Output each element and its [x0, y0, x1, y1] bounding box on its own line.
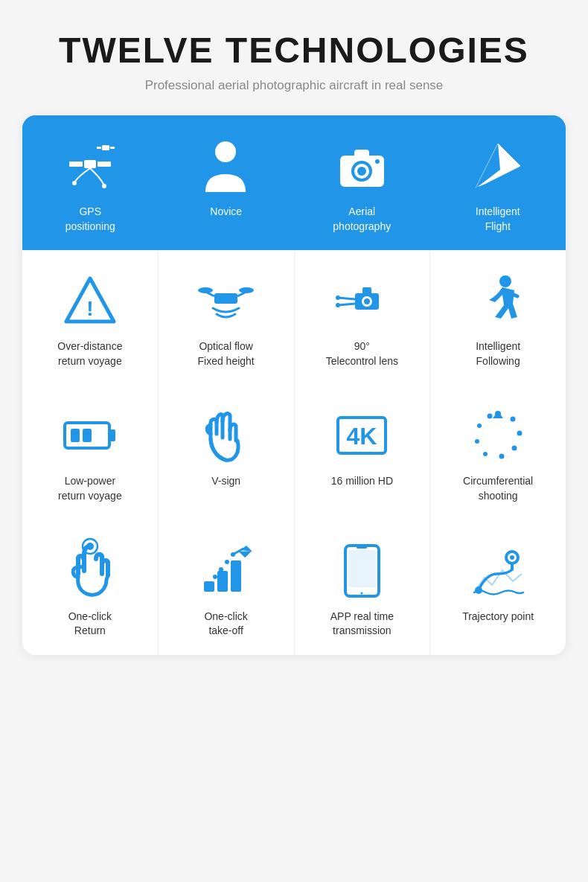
flight-icon — [468, 136, 528, 196]
svg-marker-49 — [493, 411, 503, 418]
cell-optical-flow: Optical flowFixed height — [159, 250, 294, 385]
svg-point-41 — [511, 417, 516, 422]
page-title: TWELVE TECHNOLOGIES — [59, 30, 529, 71]
trajectory-icon — [468, 541, 528, 601]
following-label: IntelligentFollowing — [476, 339, 520, 368]
top-row: GPSpositioning Novice — [22, 115, 566, 250]
svg-point-8 — [215, 141, 236, 162]
svg-rect-3 — [102, 145, 109, 150]
row-1: ! Over-distancereturn voyage — [22, 250, 566, 385]
4k-icon: 4K — [332, 406, 392, 465]
svg-point-42 — [517, 431, 523, 436]
4k-label: 16 million HD — [331, 474, 393, 489]
svg-rect-52 — [204, 581, 214, 592]
cell-novice: Novice — [159, 115, 295, 250]
aerial-icon — [332, 136, 392, 196]
svg-point-24 — [239, 287, 254, 293]
svg-point-48 — [488, 414, 493, 419]
cell-telecontrol: 90°Telecontrol lens — [295, 250, 430, 385]
svg-rect-5 — [110, 147, 115, 149]
svg-rect-0 — [84, 160, 96, 168]
circumferential-label: Circumferentialshooting — [463, 474, 533, 503]
svg-point-32 — [336, 303, 340, 307]
svg-point-6 — [72, 181, 77, 185]
svg-point-7 — [102, 184, 106, 188]
svg-point-47 — [477, 424, 482, 428]
optical-flow-label: Optical flowFixed height — [197, 339, 254, 368]
svg-point-44 — [499, 454, 505, 459]
cell-trajectory: Trajectory point — [430, 520, 566, 655]
novice-label: Novice — [210, 205, 242, 220]
vsign-label: V-sign — [211, 474, 240, 489]
novice-icon — [196, 136, 256, 196]
vsign-icon — [196, 406, 256, 465]
svg-rect-4 — [97, 147, 101, 149]
one-click-takeoff-label: One-clicktake-off — [204, 610, 247, 639]
svg-text:4K: 4K — [347, 423, 377, 450]
circumferential-icon — [468, 406, 528, 465]
app-transmission-icon — [332, 541, 392, 601]
cell-low-power: Low-powerreturn voyage — [22, 385, 158, 520]
flight-label: IntelligentFlight — [476, 205, 520, 234]
svg-point-64 — [360, 592, 362, 595]
svg-text:!: ! — [86, 297, 93, 320]
one-click-takeoff-icon — [196, 541, 256, 601]
app-transmission-label: APP real timetransmission — [330, 610, 394, 639]
svg-point-45 — [483, 452, 488, 456]
cell-following: IntelligentFollowing — [430, 250, 566, 385]
technologies-card: GPSpositioning Novice — [22, 115, 566, 655]
gps-label: GPSpositioning — [65, 205, 115, 234]
svg-rect-1 — [69, 162, 83, 167]
row-3: One-clickReturn — [22, 520, 566, 655]
svg-point-23 — [198, 287, 213, 293]
cell-circumferential: Circumferentialshooting — [430, 385, 566, 520]
cell-gps: GPSpositioning — [22, 115, 159, 250]
cell-one-click-return: One-clickReturn — [22, 520, 158, 655]
svg-point-55 — [213, 575, 217, 579]
svg-rect-10 — [354, 150, 369, 159]
svg-rect-36 — [71, 429, 80, 442]
svg-point-27 — [364, 298, 370, 304]
svg-point-46 — [475, 439, 479, 444]
telecontrol-icon — [332, 271, 392, 330]
svg-point-31 — [336, 295, 340, 300]
svg-rect-20 — [214, 293, 237, 304]
cell-app-transmission: APP real timetransmission — [295, 520, 430, 655]
svg-rect-54 — [231, 560, 241, 592]
aerial-label: Aerialphotography — [333, 205, 391, 234]
cell-4k: 4K 16 million HD — [295, 385, 430, 520]
cell-aerial: Aerialphotography — [294, 115, 430, 250]
page-subtitle: Professional aerial photographic aircraf… — [145, 78, 444, 93]
svg-point-56 — [219, 567, 223, 572]
low-power-icon — [60, 406, 120, 465]
svg-rect-28 — [362, 287, 371, 295]
cell-flight: IntelligentFlight — [430, 115, 566, 250]
svg-rect-2 — [98, 162, 111, 167]
svg-rect-63 — [348, 550, 376, 587]
trajectory-label: Trajectory point — [462, 610, 534, 624]
one-click-return-icon — [60, 541, 120, 601]
svg-point-50 — [86, 543, 94, 550]
one-click-return-label: One-clickReturn — [68, 610, 112, 639]
svg-rect-53 — [217, 571, 228, 592]
svg-point-33 — [499, 275, 511, 287]
optical-flow-icon — [196, 271, 256, 330]
svg-point-67 — [510, 555, 514, 560]
svg-point-13 — [357, 167, 366, 176]
cell-one-click-takeoff: One-clicktake-off — [159, 520, 294, 655]
svg-line-30 — [338, 304, 355, 305]
svg-point-14 — [375, 159, 380, 164]
svg-line-29 — [338, 298, 355, 299]
low-power-label: Low-powerreturn voyage — [58, 474, 122, 503]
following-icon — [468, 271, 528, 330]
row-2: Low-powerreturn voyage — [22, 385, 566, 520]
gps-icon — [60, 136, 120, 196]
svg-rect-37 — [83, 429, 92, 442]
svg-point-43 — [512, 446, 517, 451]
svg-rect-65 — [357, 546, 367, 549]
telecontrol-label: 90°Telecontrol lens — [326, 339, 398, 368]
cell-over-distance: ! Over-distancereturn voyage — [22, 250, 158, 385]
svg-rect-35 — [109, 429, 115, 441]
over-distance-icon: ! — [60, 271, 120, 330]
over-distance-label: Over-distancereturn voyage — [57, 339, 122, 368]
